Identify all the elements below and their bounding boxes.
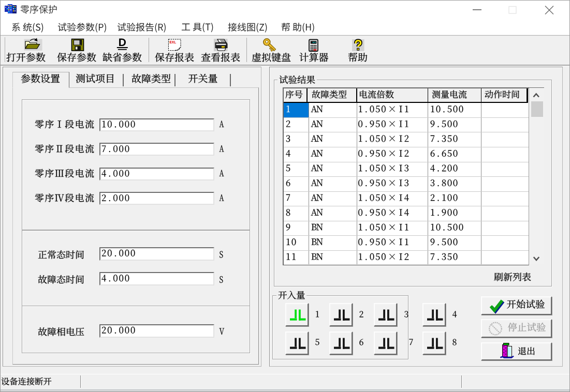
svg-text:EXL: EXL: [170, 40, 177, 44]
